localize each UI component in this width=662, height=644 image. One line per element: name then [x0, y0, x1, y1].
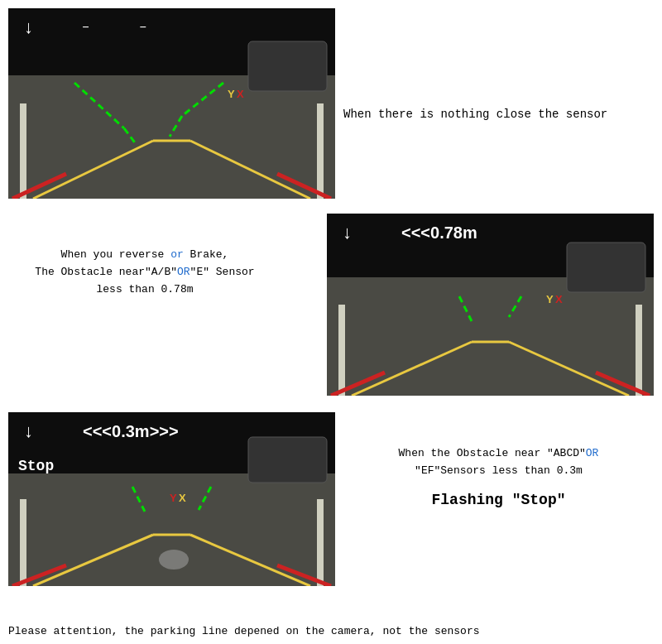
svg-text:Y: Y	[228, 88, 235, 100]
svg-line-13	[509, 296, 521, 317]
caption-3: When the Obstacle near "ABCD"OR "EF"Sens…	[343, 445, 654, 512]
svg-line-14	[352, 342, 472, 396]
svg-rect-31	[248, 437, 327, 483]
bottom-note: Please attention, the parking line depen…	[8, 625, 480, 637]
row2: When you reverse or Brake, The Obstacle …	[8, 214, 654, 404]
caption-2: When you reverse or Brake, The Obstacle …	[8, 247, 281, 298]
caption-1: When there is nothing close the sensor	[343, 108, 607, 121]
svg-text:X: X	[179, 492, 186, 504]
parking-image-2: ↓ <<<0.78m Y X	[327, 214, 654, 396]
svg-line-15	[509, 342, 629, 396]
svg-text:Y: Y	[546, 293, 554, 305]
caption-2-line2: The Obstacle near"A/B"OR"E" Sensor	[8, 264, 281, 281]
svg-line-25	[190, 535, 310, 586]
parking-image-3: ↓ <<<0.3m>>> Stop Y	[8, 412, 335, 586]
svg-point-32	[159, 550, 189, 570]
svg-line-24	[33, 535, 153, 586]
svg-line-4	[33, 141, 153, 199]
svg-text:X: X	[555, 293, 563, 305]
row3: ↓ <<<0.3m>>> Stop Y	[8, 412, 654, 603]
flashing-label: Flashing "Stop"	[343, 488, 654, 512]
parking-image-1: ↓ – –	[8, 8, 335, 199]
caption-1-text: When there is nothing close the sensor	[343, 108, 607, 121]
row1: ↓ – –	[8, 8, 654, 207]
svg-line-23	[199, 487, 211, 510]
svg-rect-21	[567, 243, 645, 292]
svg-line-5	[190, 141, 310, 199]
or-blue-3: OR	[586, 447, 599, 459]
svg-line-2	[182, 83, 223, 116]
svg-line-22	[132, 487, 145, 512]
svg-line-3	[170, 116, 182, 137]
caption-3-line2: "EF"Sensors less than 0.3m	[343, 463, 654, 480]
caption-2-line3: less than 0.78m	[8, 281, 281, 299]
svg-rect-11	[248, 41, 327, 91]
or-blue-2: OR	[177, 266, 190, 278]
or-blue-1: or	[170, 248, 184, 261]
svg-line-1	[124, 128, 137, 145]
main-container: { "row1": { "image_label": "parking-cam-…	[0, 0, 662, 644]
svg-line-0	[74, 83, 124, 128]
svg-text:Y: Y	[170, 492, 177, 504]
bottom-note-text: Please attention, the parking line depen…	[8, 625, 480, 637]
svg-text:X: X	[237, 88, 244, 100]
caption-2-line1: When you reverse or Brake,	[8, 247, 281, 264]
caption-3-line1: When the Obstacle near "ABCD"OR	[343, 445, 654, 463]
svg-line-12	[459, 296, 472, 321]
